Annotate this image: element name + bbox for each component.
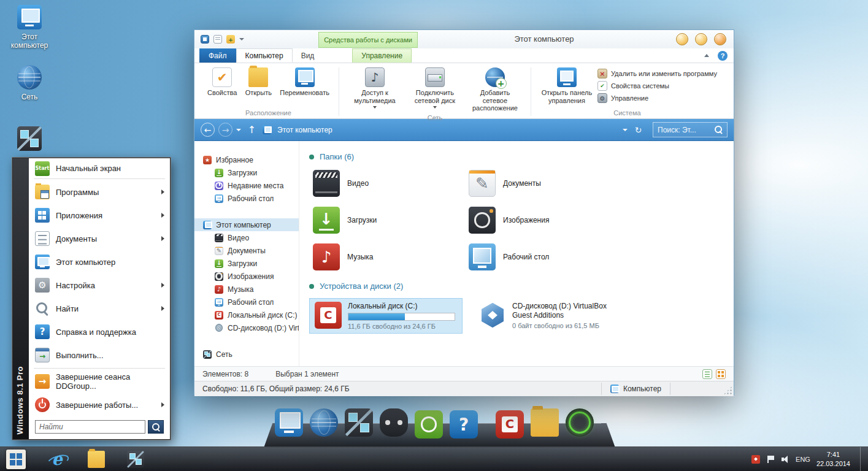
start-menu-item[interactable]: Документы xyxy=(29,227,170,250)
tray-virtualbox-icon[interactable] xyxy=(751,455,760,464)
folder-tile[interactable]: Изображения xyxy=(465,205,621,235)
folder-tile[interactable]: Музыка xyxy=(309,242,465,272)
nav-item[interactable]: Рабочий стол xyxy=(194,296,299,308)
qat-dropdown-icon[interactable] xyxy=(239,38,244,40)
maximize-button[interactable] xyxy=(695,33,707,45)
globe-icon xyxy=(310,408,338,437)
window-menu-icon[interactable] xyxy=(201,35,209,44)
tab-file[interactable]: Файл xyxy=(199,48,236,63)
dock-item-green-app[interactable] xyxy=(415,410,443,438)
taskbar-network-button[interactable] xyxy=(121,447,150,471)
nav-item[interactable]: Недавние места xyxy=(194,179,299,192)
search-box[interactable]: Поиск: Эт... xyxy=(653,122,728,137)
desktop-icon-network[interactable]: Сеть xyxy=(5,65,54,101)
downloads-icon xyxy=(313,207,340,234)
dock-item-network[interactable] xyxy=(345,408,373,438)
rename-button[interactable]: Переименовать xyxy=(277,65,332,98)
thumbnails-view-icon[interactable] xyxy=(716,369,726,379)
start-menu-item[interactable]: Справка и поддержка xyxy=(29,320,170,343)
start-button[interactable] xyxy=(0,447,32,471)
uninstall-button[interactable]: Удалить или изменить программу xyxy=(597,69,717,78)
volume-icon[interactable] xyxy=(781,455,789,464)
properties-button[interactable]: Свойства xyxy=(204,65,240,98)
titlebar[interactable]: Средства работы с дисками Этот компьютер xyxy=(194,30,734,48)
refresh-icon[interactable] xyxy=(631,123,645,137)
drives-group-header[interactable]: Устройства и диски (2) xyxy=(309,281,734,291)
settings-icon xyxy=(35,278,50,293)
nav-item[interactable]: Музыка xyxy=(194,283,299,296)
nav-item[interactable]: Этот компьютер xyxy=(194,218,299,231)
folder-tile[interactable]: Видео xyxy=(309,169,465,198)
new-folder-qat-icon[interactable] xyxy=(226,35,235,44)
start-menu-item[interactable]: Завершение сеанса DDGroup... xyxy=(29,370,170,393)
add-network-location-button[interactable]: Добавить сетевое расположение xyxy=(466,65,524,113)
nav-item[interactable]: Изображения xyxy=(194,270,299,283)
nav-item[interactable]: Локальный диск (C:) xyxy=(194,308,299,321)
network-globe-icon xyxy=(17,65,42,90)
details-view-icon[interactable] xyxy=(702,369,712,379)
dock-item-globe[interactable] xyxy=(310,408,338,438)
nav-item[interactable]: Рабочий стол xyxy=(194,192,299,205)
dock-item-folder[interactable] xyxy=(531,408,559,438)
drive-tile[interactable]: CD-дисковод (D:) VirtualBox Guest Additi… xyxy=(474,298,627,334)
help-icon[interactable] xyxy=(718,51,728,61)
start-search-input[interactable] xyxy=(35,420,145,434)
nav-item[interactable]: Загрузки xyxy=(194,257,299,270)
nav-item[interactable]: Избранное xyxy=(194,153,299,166)
folder-tile[interactable]: Документы xyxy=(465,169,621,198)
open-button[interactable]: Открыть xyxy=(241,65,275,98)
map-network-drive-button[interactable]: Подключить сетевой диск xyxy=(405,65,464,110)
start-screen-item[interactable]: Start Начальный экран xyxy=(29,159,170,177)
start-menu-item[interactable]: Выполнить... xyxy=(29,343,170,367)
desktop-icon-this-pc[interactable]: Этот компьютер xyxy=(5,5,54,50)
start-search-button[interactable] xyxy=(148,420,164,434)
media-access-button[interactable]: Доступ к мультимедиа xyxy=(345,65,404,110)
start-menu-item[interactable]: Программы xyxy=(29,180,170,204)
tab-view[interactable]: Вид xyxy=(293,48,323,63)
up-button[interactable] xyxy=(245,123,259,137)
control-panel-button[interactable]: Открыть панель управления xyxy=(537,65,596,105)
tab-computer[interactable]: Компьютер xyxy=(236,48,293,63)
nav-item[interactable]: Загрузки xyxy=(194,166,299,179)
address-path[interactable]: Этот компьютер xyxy=(277,126,332,134)
folders-group-header[interactable]: Папки (6) xyxy=(309,152,734,161)
dock-item-help[interactable] xyxy=(450,410,478,438)
start-menu-item[interactable]: Найти xyxy=(29,297,170,320)
nav-item[interactable]: CD-дисковод (D:) Virt xyxy=(194,321,299,334)
desktop-icon-network-places[interactable] xyxy=(5,126,54,151)
nav-item[interactable]: Сеть xyxy=(194,348,299,361)
address-dropdown-icon[interactable] xyxy=(623,129,628,131)
taskbar-explorer-button[interactable] xyxy=(82,447,110,471)
clock[interactable]: 7:41 22.03.2014 xyxy=(816,450,850,468)
close-button[interactable] xyxy=(714,33,726,45)
minimize-ribbon-icon[interactable] xyxy=(704,54,709,57)
drive-tile[interactable]: Локальный диск (C:)11,6 ГБ свободно из 2… xyxy=(309,298,463,334)
language-indicator[interactable]: ENG xyxy=(796,456,810,463)
resize-grip[interactable] xyxy=(723,386,732,395)
dock-item-disk-c[interactable] xyxy=(496,410,524,438)
properties-qat-icon[interactable] xyxy=(213,35,222,44)
drive-usage-fill xyxy=(348,313,405,320)
system-properties-button[interactable]: Свойства системы xyxy=(597,81,717,91)
action-center-icon[interactable] xyxy=(766,455,775,464)
star-icon xyxy=(203,156,212,164)
folder-tile[interactable]: Рабочий стол xyxy=(465,242,621,272)
recent-locations-icon[interactable] xyxy=(236,129,241,131)
dock-item-computer[interactable] xyxy=(275,408,303,438)
start-menu-item[interactable]: Завершение работы... xyxy=(29,393,170,416)
manage-button[interactable]: Управление xyxy=(597,93,717,103)
dock-item-power[interactable] xyxy=(566,408,594,438)
dock-item-gamepad[interactable] xyxy=(380,408,408,438)
nav-item[interactable]: Видео xyxy=(194,231,299,244)
show-desktop-button[interactable] xyxy=(860,447,866,471)
nav-item[interactable]: Документы xyxy=(194,244,299,257)
taskbar-ie-button[interactable] xyxy=(43,447,71,471)
forward-button[interactable] xyxy=(218,123,232,137)
start-menu-item[interactable]: Приложения xyxy=(29,204,170,227)
folder-tile[interactable]: Загрузки xyxy=(309,205,465,235)
start-menu-item[interactable]: Настройка xyxy=(29,274,170,297)
tab-manage[interactable]: Управление xyxy=(352,48,412,63)
minimize-button[interactable] xyxy=(676,33,688,45)
start-menu-item[interactable]: Этот компьютер xyxy=(29,250,170,274)
back-button[interactable] xyxy=(201,123,215,137)
